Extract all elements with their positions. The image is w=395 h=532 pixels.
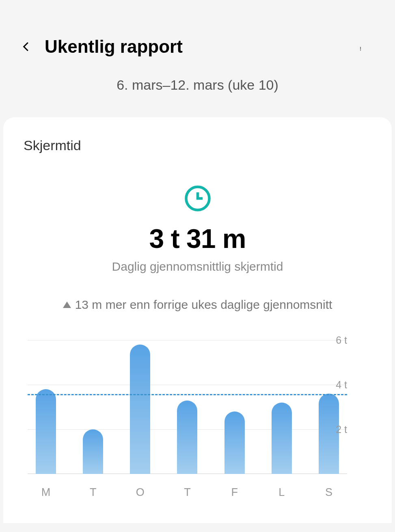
chart-x-label: F [228, 486, 242, 499]
chart-grid: 2 t4 t6 t [28, 340, 347, 474]
chart-bar [224, 411, 245, 474]
chart-average-line [28, 394, 347, 395]
section-title: Skjermtid [3, 138, 392, 153]
chart-bar [36, 389, 56, 474]
chart-x-label: O [133, 486, 147, 499]
average-time-value: 3 t 31 m [3, 223, 392, 254]
chart-x-label: T [180, 486, 194, 499]
comparison-text: 13 m mer enn forrige ukes daglige gjenno… [75, 298, 332, 312]
svg-point-0 [360, 47, 361, 48]
back-icon[interactable] [20, 41, 32, 53]
svg-point-2 [360, 50, 361, 50]
screentime-chart: 2 t4 t6 t MTOTFLS [3, 340, 392, 499]
date-range: 6. mars–12. mars (uke 10) [0, 77, 395, 93]
svg-point-1 [360, 48, 361, 49]
chart-x-label: S [322, 486, 336, 499]
chart-y-labels: 2 t4 t6 t [327, 340, 347, 474]
chart-x-labels: MTOTFLS [28, 486, 347, 499]
chart-y-label: 4 t [336, 379, 347, 391]
chart-x-label: T [86, 486, 100, 499]
chart-y-label: 6 t [336, 334, 347, 346]
average-time-subtitle: Daglig gjennomsnittlig skjermtid [3, 260, 392, 274]
page-title: Ukentlig rapport [45, 37, 358, 57]
clock-icon [3, 184, 392, 213]
chart-x-label: L [275, 486, 289, 499]
header: Ukentlig rapport [0, 0, 395, 77]
chart-x-label: M [39, 486, 53, 499]
chart-y-label: 2 t [336, 424, 347, 435]
chart-bar [83, 429, 103, 474]
more-icon[interactable] [358, 41, 371, 53]
chart-bar [272, 403, 292, 474]
screentime-card: Skjermtid 3 t 31 m Daglig gjennomsnittli… [3, 117, 392, 523]
triangle-up-icon [63, 302, 71, 308]
chart-bar [130, 345, 150, 474]
chart-bar [177, 401, 197, 474]
chart-bars [36, 340, 339, 474]
comparison-row: 13 m mer enn forrige ukes daglige gjenno… [3, 298, 392, 312]
